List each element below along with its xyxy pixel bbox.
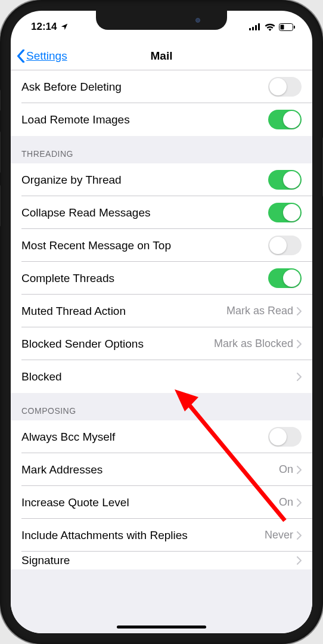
toggle-ask-before-deleting[interactable] xyxy=(268,77,302,97)
row-muted-thread-action[interactable]: Muted Thread Action Mark as Read xyxy=(11,295,312,327)
row-signature[interactable]: Signature xyxy=(11,552,312,569)
row-label: Muted Thread Action xyxy=(21,305,226,318)
svg-rect-5 xyxy=(281,24,284,29)
chevron-right-icon xyxy=(297,373,302,381)
chevron-right-icon xyxy=(297,531,302,540)
home-indicator[interactable] xyxy=(117,626,206,628)
row-value: On xyxy=(279,463,293,476)
row-label: Organize by Thread xyxy=(21,174,268,187)
group-header-composing: COMPOSING xyxy=(11,393,312,420)
row-label: Most Recent Message on Top xyxy=(21,239,268,252)
svg-rect-0 xyxy=(249,28,251,30)
toggle-complete-threads[interactable] xyxy=(268,268,302,288)
toggle-most-recent-on-top[interactable] xyxy=(268,236,302,255)
row-label: Complete Threads xyxy=(21,272,268,285)
toggle-load-remote-images[interactable] xyxy=(268,110,302,129)
phone-frame: 12:14 xyxy=(0,0,323,644)
nav-bar: Settings Mail xyxy=(11,42,312,70)
svg-rect-2 xyxy=(255,25,257,30)
row-include-attachments[interactable]: Include Attachments with Replies Never xyxy=(11,519,312,552)
row-label: Always Bcc Myself xyxy=(21,431,268,444)
back-button[interactable]: Settings xyxy=(17,49,67,63)
toggle-organize-by-thread[interactable] xyxy=(268,170,302,190)
battery-icon xyxy=(279,23,296,31)
svg-rect-6 xyxy=(294,26,295,29)
row-collapse-read-messages[interactable]: Collapse Read Messages xyxy=(11,196,312,229)
row-label: Signature xyxy=(21,554,297,567)
side-button xyxy=(0,89,1,111)
side-button xyxy=(0,131,1,173)
wifi-icon xyxy=(265,23,275,31)
list-group: Ask Before Deleting Load Remote Images xyxy=(11,70,312,136)
row-organize-by-thread[interactable]: Organize by Thread xyxy=(11,163,312,196)
status-time: 12:14 xyxy=(31,21,57,33)
chevron-left-icon xyxy=(17,49,25,63)
svg-rect-3 xyxy=(258,23,260,30)
row-label: Increase Quote Level xyxy=(21,496,279,509)
row-label: Blocked xyxy=(21,370,297,383)
toggle-always-bcc-myself[interactable] xyxy=(268,427,302,447)
row-load-remote-images[interactable]: Load Remote Images xyxy=(11,103,312,136)
row-value: Mark as Read xyxy=(226,305,293,317)
row-label: Ask Before Deleting xyxy=(21,80,268,94)
location-icon xyxy=(60,23,69,31)
toggle-collapse-read-messages[interactable] xyxy=(268,203,302,222)
row-value: On xyxy=(279,496,293,509)
row-value: Mark as Blocked xyxy=(214,338,293,350)
row-blocked[interactable]: Blocked xyxy=(11,360,312,393)
chevron-right-icon xyxy=(297,466,302,474)
chevron-right-icon xyxy=(297,307,302,315)
row-label: Collapse Read Messages xyxy=(21,206,268,219)
row-mark-addresses[interactable]: Mark Addresses On xyxy=(11,453,312,486)
row-most-recent-on-top[interactable]: Most Recent Message on Top xyxy=(11,229,312,262)
screen: 12:14 xyxy=(11,11,312,633)
cellular-signal-icon xyxy=(249,23,261,30)
group-header-threading: THREADING xyxy=(11,136,312,163)
back-label: Settings xyxy=(26,49,67,63)
notch xyxy=(96,11,227,30)
settings-content[interactable]: Ask Before Deleting Load Remote Images T… xyxy=(11,70,312,633)
list-group-composing: Always Bcc Myself Mark Addresses On Incr… xyxy=(11,420,312,569)
row-label: Load Remote Images xyxy=(21,113,268,126)
chevron-right-icon xyxy=(297,556,302,565)
chevron-right-icon xyxy=(297,340,302,348)
svg-rect-1 xyxy=(252,27,254,30)
row-complete-threads[interactable]: Complete Threads xyxy=(11,262,312,295)
row-blocked-sender-options[interactable]: Blocked Sender Options Mark as Blocked xyxy=(11,327,312,360)
row-value: Never xyxy=(265,529,293,541)
row-always-bcc-myself[interactable]: Always Bcc Myself xyxy=(11,420,312,453)
row-increase-quote-level[interactable]: Increase Quote Level On xyxy=(11,486,312,519)
row-label: Include Attachments with Replies xyxy=(21,529,265,542)
chevron-right-icon xyxy=(297,499,302,507)
list-group-threading: Organize by Thread Collapse Read Message… xyxy=(11,163,312,393)
side-button xyxy=(0,185,1,227)
row-label: Mark Addresses xyxy=(21,463,279,476)
row-ask-before-deleting[interactable]: Ask Before Deleting xyxy=(11,70,312,103)
page-title: Mail xyxy=(151,49,173,63)
row-label: Blocked Sender Options xyxy=(21,338,214,351)
